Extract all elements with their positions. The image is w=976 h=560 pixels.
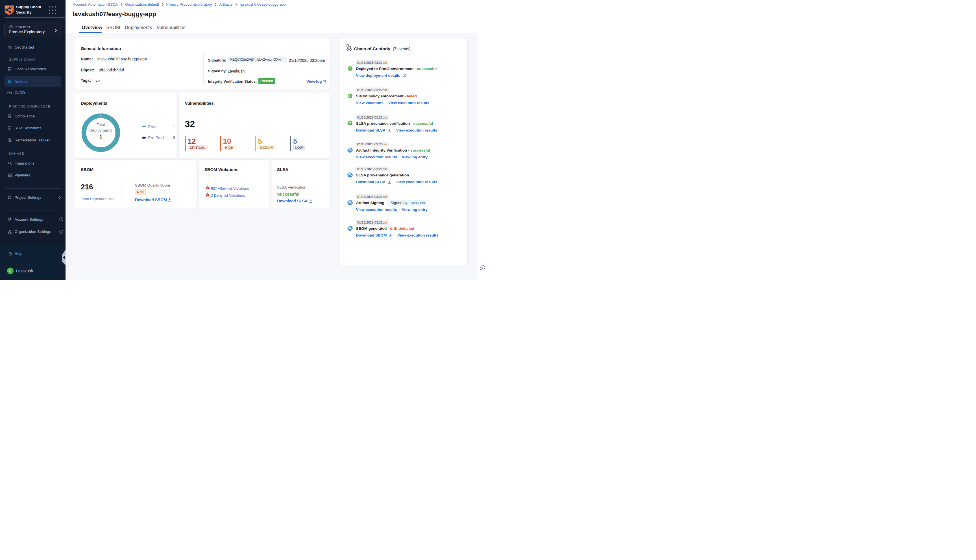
svg-text:?: ?: [8, 252, 10, 254]
